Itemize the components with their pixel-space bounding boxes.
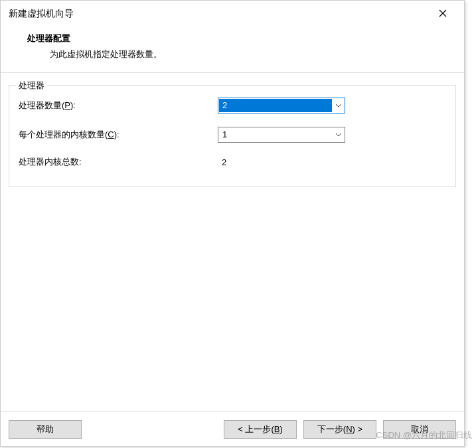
window-title: 新建虚拟机向导	[9, 8, 74, 20]
button-bar: 帮助 < 上一步(B) 下一步(N) > 取消	[1, 411, 464, 446]
close-icon	[439, 9, 447, 19]
close-button[interactable]	[430, 4, 456, 24]
processor-group: 处理器 处理器数量(P): 2 每个处理器的内核数量(C): 1	[9, 85, 456, 187]
wizard-dialog: 新建虚拟机向导 处理器配置 为此虚拟机指定处理器数量。 处理器 处理器数量(P)…	[0, 0, 465, 447]
chevron-down-icon	[333, 104, 345, 108]
cores-per-processor-value: 1	[218, 128, 333, 141]
label-total-cores: 处理器内核总数:	[19, 156, 218, 168]
processor-count-value: 2	[219, 99, 332, 112]
total-cores-value: 2	[218, 157, 226, 167]
group-legend: 处理器	[16, 80, 47, 92]
cores-per-processor-select[interactable]: 1	[218, 127, 345, 143]
label-cores-per-processor: 每个处理器的内核数量(C):	[19, 129, 218, 141]
page-description: 为此虚拟机指定处理器数量。	[27, 48, 437, 60]
help-button[interactable]: 帮助	[9, 420, 82, 439]
row-processor-count: 处理器数量(P): 2	[19, 98, 446, 113]
processor-count-select[interactable]: 2	[218, 98, 345, 113]
row-cores-per-processor: 每个处理器的内核数量(C): 1	[19, 127, 446, 143]
cancel-button[interactable]: 取消	[383, 420, 456, 439]
chevron-down-icon	[333, 133, 345, 137]
titlebar: 新建虚拟机向导	[1, 1, 464, 27]
label-processor-count: 处理器数量(P):	[19, 100, 218, 112]
back-button[interactable]: < 上一步(B)	[224, 420, 297, 439]
row-total-cores: 处理器内核总数: 2	[19, 156, 446, 168]
wizard-header: 处理器配置 为此虚拟机指定处理器数量。	[1, 27, 464, 72]
content-area: 处理器 处理器数量(P): 2 每个处理器的内核数量(C): 1	[1, 73, 464, 411]
page-title: 处理器配置	[27, 33, 437, 44]
next-button[interactable]: 下一步(N) >	[303, 420, 376, 439]
